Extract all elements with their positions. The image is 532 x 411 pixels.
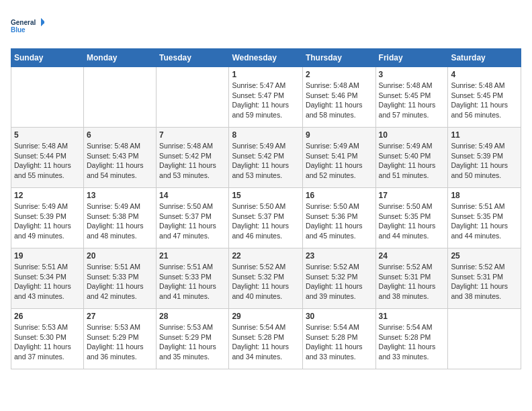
calendar-cell: 9Sunrise: 5:49 AM Sunset: 5:41 PM Daylig… [302,128,375,188]
day-info: Sunrise: 5:49 AM Sunset: 5:39 PM Dayligh… [14,201,81,241]
weekday-header-saturday: Saturday [448,49,521,67]
day-number: 12 [14,191,81,200]
calendar-table: SundayMondayTuesdayWednesdayThursdayFrid… [11,48,521,369]
day-info: Sunrise: 5:52 AM Sunset: 5:31 PM Dayligh… [451,262,518,302]
weekday-header-sunday: Sunday [11,49,84,67]
day-number: 25 [451,251,518,261]
calendar-week-row: 5Sunrise: 5:48 AM Sunset: 5:44 PM Daylig… [11,128,521,188]
calendar-cell: 26Sunrise: 5:53 AM Sunset: 5:30 PM Dayli… [11,309,84,369]
logo-svg: General Blue [11,11,44,40]
calendar-cell: 30Sunrise: 5:54 AM Sunset: 5:28 PM Dayli… [302,309,375,369]
calendar-cell: 21Sunrise: 5:51 AM Sunset: 5:33 PM Dayli… [157,248,229,309]
day-number: 6 [87,130,153,140]
calendar-cell: 3Sunrise: 5:48 AM Sunset: 5:45 PM Daylig… [375,67,448,128]
calendar-cell: 8Sunrise: 5:49 AM Sunset: 5:42 PM Daylig… [229,128,303,188]
day-number: 27 [87,312,153,321]
calendar-cell: 16Sunrise: 5:50 AM Sunset: 5:36 PM Dayli… [302,188,375,248]
calendar-cell: 5Sunrise: 5:48 AM Sunset: 5:44 PM Daylig… [11,128,84,188]
calendar-cell: 28Sunrise: 5:53 AM Sunset: 5:29 PM Dayli… [157,309,229,369]
calendar-cell: 1Sunrise: 5:47 AM Sunset: 5:47 PM Daylig… [229,67,303,128]
day-info: Sunrise: 5:50 AM Sunset: 5:36 PM Dayligh… [306,201,373,241]
svg-text:Blue: Blue [11,26,26,34]
day-info: Sunrise: 5:48 AM Sunset: 5:44 PM Dayligh… [14,141,81,181]
day-info: Sunrise: 5:49 AM Sunset: 5:42 PM Dayligh… [232,141,300,181]
day-number: 16 [306,191,373,200]
day-info: Sunrise: 5:48 AM Sunset: 5:46 PM Dayligh… [306,81,373,120]
day-number: 21 [159,251,226,261]
day-info: Sunrise: 5:51 AM Sunset: 5:33 PM Dayligh… [159,262,226,302]
day-number: 3 [379,70,445,79]
day-info: Sunrise: 5:49 AM Sunset: 5:38 PM Dayligh… [87,201,153,241]
day-number: 19 [14,251,81,261]
calendar-cell: 17Sunrise: 5:50 AM Sunset: 5:35 PM Dayli… [375,188,448,248]
calendar-week-row: 1Sunrise: 5:47 AM Sunset: 5:47 PM Daylig… [11,67,521,128]
day-info: Sunrise: 5:47 AM Sunset: 5:47 PM Dayligh… [232,81,300,120]
day-info: Sunrise: 5:52 AM Sunset: 5:32 PM Dayligh… [306,262,373,302]
day-number: 23 [306,251,373,261]
day-info: Sunrise: 5:49 AM Sunset: 5:40 PM Dayligh… [379,141,445,181]
calendar-cell: 6Sunrise: 5:48 AM Sunset: 5:43 PM Daylig… [83,128,156,188]
day-number: 24 [379,251,445,261]
day-info: Sunrise: 5:51 AM Sunset: 5:34 PM Dayligh… [14,262,81,302]
weekday-header-thursday: Thursday [302,49,375,67]
day-info: Sunrise: 5:49 AM Sunset: 5:39 PM Dayligh… [451,141,518,181]
day-number: 1 [232,70,300,79]
day-info: Sunrise: 5:54 AM Sunset: 5:28 PM Dayligh… [232,322,300,362]
day-number: 13 [87,191,153,200]
calendar-cell [448,309,521,369]
day-number: 29 [232,312,300,321]
day-number: 22 [232,251,300,261]
day-number: 20 [87,251,153,261]
calendar-cell: 10Sunrise: 5:49 AM Sunset: 5:40 PM Dayli… [375,128,448,188]
day-number: 30 [306,312,373,321]
day-number: 31 [379,312,445,321]
day-info: Sunrise: 5:54 AM Sunset: 5:28 PM Dayligh… [306,322,373,362]
day-number: 17 [379,191,445,200]
day-number: 10 [379,130,445,140]
day-info: Sunrise: 5:48 AM Sunset: 5:45 PM Dayligh… [379,81,445,120]
calendar-cell: 29Sunrise: 5:54 AM Sunset: 5:28 PM Dayli… [229,309,303,369]
calendar-cell [11,67,84,128]
day-number: 28 [159,312,226,321]
calendar-cell: 2Sunrise: 5:48 AM Sunset: 5:46 PM Daylig… [302,67,375,128]
calendar-week-row: 26Sunrise: 5:53 AM Sunset: 5:30 PM Dayli… [11,309,521,369]
day-info: Sunrise: 5:53 AM Sunset: 5:30 PM Dayligh… [14,322,81,362]
calendar-cell: 27Sunrise: 5:53 AM Sunset: 5:29 PM Dayli… [83,309,156,369]
calendar-cell: 25Sunrise: 5:52 AM Sunset: 5:31 PM Dayli… [448,248,521,309]
day-info: Sunrise: 5:50 AM Sunset: 5:37 PM Dayligh… [232,201,300,241]
day-number: 2 [306,70,373,79]
day-number: 9 [306,130,373,140]
weekday-header-friday: Friday [375,49,448,67]
calendar-cell: 18Sunrise: 5:51 AM Sunset: 5:35 PM Dayli… [448,188,521,248]
calendar-cell: 31Sunrise: 5:54 AM Sunset: 5:28 PM Dayli… [375,309,448,369]
calendar-cell: 23Sunrise: 5:52 AM Sunset: 5:32 PM Dayli… [302,248,375,309]
day-info: Sunrise: 5:48 AM Sunset: 5:42 PM Dayligh… [159,141,226,181]
calendar-cell: 7Sunrise: 5:48 AM Sunset: 5:42 PM Daylig… [157,128,229,188]
weekday-header-row: SundayMondayTuesdayWednesdayThursdayFrid… [11,49,521,67]
day-info: Sunrise: 5:52 AM Sunset: 5:31 PM Dayligh… [379,262,445,302]
day-info: Sunrise: 5:51 AM Sunset: 5:35 PM Dayligh… [451,201,518,241]
day-info: Sunrise: 5:52 AM Sunset: 5:32 PM Dayligh… [232,262,300,302]
day-number: 7 [159,130,226,140]
day-number: 26 [14,312,81,321]
day-info: Sunrise: 5:53 AM Sunset: 5:29 PM Dayligh… [159,322,226,362]
day-info: Sunrise: 5:48 AM Sunset: 5:43 PM Dayligh… [87,141,153,181]
calendar-cell [83,67,156,128]
day-number: 5 [14,130,81,140]
calendar-cell: 22Sunrise: 5:52 AM Sunset: 5:32 PM Dayli… [229,248,303,309]
calendar-cell [157,67,229,128]
calendar-week-row: 12Sunrise: 5:49 AM Sunset: 5:39 PM Dayli… [11,188,521,248]
weekday-header-wednesday: Wednesday [229,49,303,67]
svg-text:General: General [11,19,36,26]
day-number: 18 [451,191,518,200]
weekday-header-tuesday: Tuesday [157,49,229,67]
svg-marker-2 [41,18,44,27]
weekday-header-monday: Monday [83,49,156,67]
calendar-cell: 19Sunrise: 5:51 AM Sunset: 5:34 PM Dayli… [11,248,84,309]
day-number: 8 [232,130,300,140]
day-info: Sunrise: 5:51 AM Sunset: 5:33 PM Dayligh… [87,262,153,302]
calendar-week-row: 19Sunrise: 5:51 AM Sunset: 5:34 PM Dayli… [11,248,521,309]
calendar-cell: 12Sunrise: 5:49 AM Sunset: 5:39 PM Dayli… [11,188,84,248]
calendar-cell: 15Sunrise: 5:50 AM Sunset: 5:37 PM Dayli… [229,188,303,248]
calendar-cell: 20Sunrise: 5:51 AM Sunset: 5:33 PM Dayli… [83,248,156,309]
